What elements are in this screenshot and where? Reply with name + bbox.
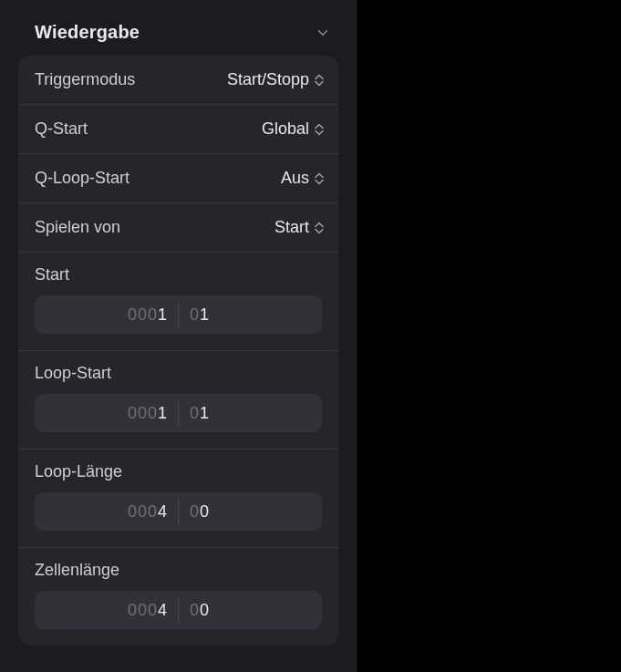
section-nav-aufnahme[interactable]: Aufnahme [0,660,357,672]
section-header-wiedergabe[interactable]: Wiedergabe [0,0,357,56]
updown-icon [315,123,324,136]
label-qstart: Q-Start [35,119,88,139]
popup-value: Start/Stopp [227,70,309,89]
popup-qstart[interactable]: Global [262,119,324,139]
value: 1 [200,404,209,423]
label-start: Start [35,265,322,284]
field-looplaenge-bars[interactable]: 0004 [35,492,178,531]
popup-value: Start [274,218,309,237]
pad: 000 [128,601,158,620]
field-loopstart[interactable]: 0001 01 [35,394,322,432]
popup-value: Aus [281,169,309,188]
pad: 000 [128,502,158,522]
updown-icon [315,222,324,234]
block-loopstart: Loop-Start 0001 01 [18,351,338,450]
field-zellen[interactable]: 0004 00 [35,591,322,629]
pad: 000 [128,305,158,325]
row-spielenvon: Spielen von Start [18,203,338,253]
pad: 0 [190,305,200,325]
section-title: Wiedergabe [35,22,140,43]
field-zellen-beats[interactable]: 00 [179,591,322,629]
value: 1 [158,404,167,423]
field-zellen-bars[interactable]: 0004 [35,591,178,629]
block-start: Start 0001 01 [18,253,338,351]
label-zellen: Zellenlänge [35,561,322,580]
value: 4 [158,601,167,620]
row-qloopstart: Q-Loop-Start Aus [18,154,338,203]
label-spielenvon: Spielen von [35,218,120,237]
row-triggermodus: Triggermodus Start/Stopp [18,56,338,105]
popup-qloopstart[interactable]: Aus [281,169,324,188]
pad: 000 [128,404,158,423]
value: 0 [200,502,209,522]
label-qloopstart: Q-Loop-Start [35,169,129,188]
pad: 0 [190,502,200,522]
updown-icon [315,172,324,185]
label-triggermodus: Triggermodus [35,70,135,89]
block-looplaenge: Loop-Länge 0004 00 [18,450,338,548]
pad: 0 [190,404,200,423]
field-looplaenge[interactable]: 0004 00 [35,492,322,531]
popup-spielenvon[interactable]: Start [274,218,324,237]
field-start-bars[interactable]: 0001 [35,295,178,334]
popup-triggermodus[interactable]: Start/Stopp [227,70,324,89]
block-zellen: Zellenlänge 0004 00 [18,548,338,646]
label-looplaenge: Loop-Länge [35,462,322,481]
chevron-down-icon [315,25,331,41]
row-qstart: Q-Start Global [18,105,338,154]
field-start[interactable]: 0001 01 [35,295,322,334]
value: 0 [200,601,209,620]
value: 1 [158,305,167,325]
field-loopstart-beats[interactable]: 01 [179,394,322,432]
value: 1 [200,305,209,325]
field-looplaenge-beats[interactable]: 00 [179,492,322,531]
field-start-beats[interactable]: 01 [179,295,322,334]
wiedergabe-card: Triggermodus Start/Stopp Q-Start Global … [18,56,338,646]
value: 4 [158,502,167,522]
popup-value: Global [262,119,309,139]
field-loopstart-bars[interactable]: 0001 [35,394,178,432]
updown-icon [315,74,324,87]
label-loopstart: Loop-Start [35,364,322,383]
pad: 0 [190,601,200,620]
